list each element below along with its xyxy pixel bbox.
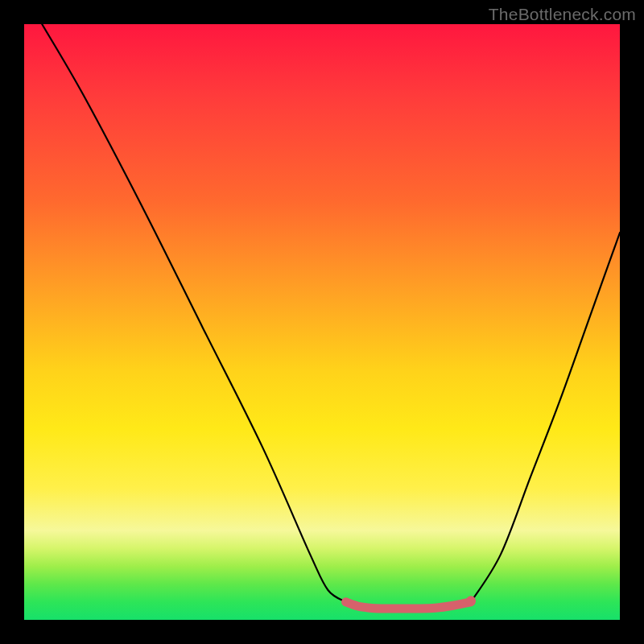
chart-stage: TheBottleneck.com bbox=[0, 0, 644, 644]
chart-series-group bbox=[42, 24, 620, 609]
chart-plot-area bbox=[24, 24, 620, 620]
watermark-text: TheBottleneck.com bbox=[489, 5, 636, 24]
series-left-branch bbox=[42, 24, 345, 602]
series-right-branch bbox=[471, 233, 620, 602]
series-flat-bottom bbox=[346, 602, 471, 609]
marker-right-dot bbox=[466, 596, 476, 605]
chart-svg bbox=[24, 24, 620, 620]
